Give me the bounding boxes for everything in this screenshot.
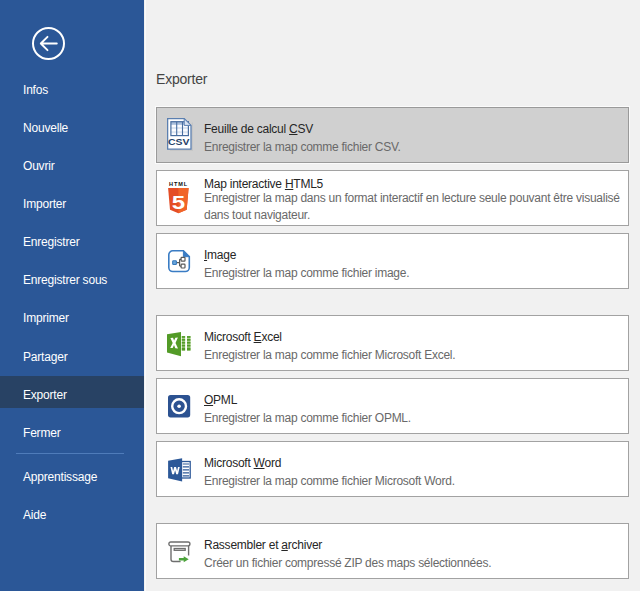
svg-text:5: 5 (172, 192, 186, 213)
svg-text:HTML: HTML (169, 181, 188, 187)
svg-text:CSV: CSV (168, 136, 190, 147)
